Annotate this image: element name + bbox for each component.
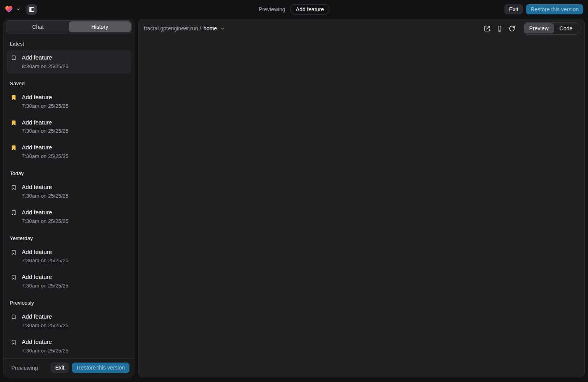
refresh-button[interactable] (507, 23, 517, 33)
previewing-label: Previewing (259, 6, 285, 12)
history-item-title: Add feature (22, 144, 68, 151)
refresh-icon (509, 25, 515, 32)
history-item-title: Add feature (22, 54, 68, 61)
sidebar-footer: Previewing Exit Restore this version (4, 358, 134, 377)
mobile-preview-icon (496, 25, 503, 32)
section-title: Previously (7, 295, 131, 309)
history-item-time: 7:30am on 25/25/25 (22, 193, 68, 199)
preview-url-breadcrumb[interactable]: fractal.gptengineer.run / home (144, 25, 225, 32)
lovable-heart-logo[interactable] (5, 5, 13, 14)
history-item-title: Add feature (22, 119, 68, 126)
history-item-text: Add feature 8:30am on 25/25/25 (22, 54, 68, 69)
chevron-down-icon[interactable] (16, 7, 21, 12)
history-item[interactable]: Add feature 7:30am on 25/25/25 (7, 335, 131, 358)
sidebar-toggle-button[interactable] (26, 4, 37, 15)
history-item-time: 7:30am on 25/25/25 (22, 153, 68, 159)
history-item-title: Add feature (22, 273, 68, 281)
view-toggle: Preview Code (523, 22, 579, 35)
history-item-time: 7:30am on 25/25/25 (22, 258, 68, 263)
bookmark-icon (10, 274, 17, 280)
history-item-time: 7:30am on 25/25/25 (22, 103, 68, 109)
history-item-time: 7:30am on 25/25/25 (22, 348, 68, 354)
section-title: Latest (7, 36, 131, 50)
history-item[interactable]: Add feature 7:30am on 25/25/25 (7, 115, 131, 139)
history-section: Previously Add feature 7:30am on 25/25/2… (7, 295, 131, 358)
history-item[interactable]: Add feature 7:30am on 25/25/25 (7, 245, 131, 268)
open-in-new-window-icon (484, 25, 490, 32)
history-item-title: Add feature (22, 338, 68, 346)
section-items: Add feature 7:30am on 25/25/25 Add featu… (7, 90, 131, 164)
bookmark-icon (10, 120, 17, 126)
chevron-down-icon (220, 26, 225, 31)
open-in-new-window-button[interactable] (482, 23, 492, 33)
bookmark-icon (10, 145, 17, 151)
history-section: Today Add feature 7:30am on 25/25/25 Add… (7, 165, 131, 229)
history-item-title: Add feature (22, 249, 68, 256)
bookmark-icon (10, 210, 17, 216)
preview-panel: fractal.gptengineer.run / home (138, 19, 585, 377)
history-item-text: Add feature 7:30am on 25/25/25 (22, 119, 68, 134)
previewing-status: Previewing (8, 365, 38, 371)
tab-code[interactable]: Code (554, 23, 578, 33)
history-item-title: Add feature (22, 94, 68, 101)
topbar: Previewing Add feature Exit Restore this… (0, 0, 588, 19)
section-items: Add feature 7:30am on 25/25/25 Add featu… (7, 309, 131, 358)
section-items: Add feature 8:30am on 25/25/25 (7, 50, 131, 74)
footer-exit-button[interactable]: Exit (51, 363, 69, 373)
history-item-time: 7:30am on 25/25/25 (22, 283, 68, 289)
version-pill[interactable]: Add feature (290, 4, 329, 15)
section-title: Today (7, 165, 131, 180)
history-item-text: Add feature 7:30am on 25/25/25 (22, 313, 68, 328)
url-page: home (203, 25, 217, 32)
history-item-text: Add feature 7:30am on 25/25/25 (22, 338, 68, 354)
history-section: Yesterday Add feature 7:30am on 25/25/25… (7, 230, 131, 294)
bookmark-icon (10, 184, 17, 191)
history-item-text: Add feature 7:30am on 25/25/25 (22, 184, 68, 199)
tab-chat[interactable]: Chat (7, 21, 69, 32)
history-item-text: Add feature 7:30am on 25/25/25 (22, 94, 68, 109)
history-item[interactable]: Add feature 7:30am on 25/25/25 (7, 180, 131, 203)
restore-version-button[interactable]: Restore this version (526, 4, 583, 15)
history-section: Saved Add feature 7:30am on 25/25/25 Add… (7, 75, 131, 164)
history-item-text: Add feature 7:30am on 25/25/25 (22, 273, 68, 289)
history-item-time: 7:30am on 25/25/25 (22, 322, 68, 328)
section-title: Saved (7, 75, 131, 90)
section-title: Yesterday (7, 230, 131, 245)
history-item[interactable]: Add feature 7:30am on 25/25/25 (7, 205, 131, 229)
preview-content (138, 38, 584, 377)
history-item[interactable]: Add feature 7:30am on 25/25/25 (7, 270, 131, 293)
tab-history[interactable]: History (69, 21, 131, 32)
history-item-text: Add feature 7:30am on 25/25/25 (22, 144, 68, 159)
exit-button[interactable]: Exit (504, 4, 523, 15)
history-item[interactable]: Add feature 8:30am on 25/25/25 (7, 50, 131, 74)
section-items: Add feature 7:30am on 25/25/25 Add featu… (7, 245, 131, 294)
history-list: Latest Add feature 8:30am on 25/25/25 Sa… (4, 33, 134, 358)
history-item-text: Add feature 7:30am on 25/25/25 (22, 209, 68, 224)
bookmark-icon (10, 249, 17, 256)
mobile-preview-button[interactable] (495, 23, 505, 33)
url-host: fractal.gptengineer.run / (144, 25, 201, 32)
history-item[interactable]: Add feature 7:30am on 25/25/25 (7, 90, 131, 114)
history-item[interactable]: Add feature 7:30am on 25/25/25 (7, 309, 131, 333)
preview-header: fractal.gptengineer.run / home (138, 19, 584, 38)
bookmark-icon (10, 314, 17, 320)
history-item[interactable]: Add feature 7:30am on 25/25/25 (7, 140, 131, 164)
sidebar-panel-icon (28, 6, 35, 13)
history-item-title: Add feature (22, 184, 68, 191)
history-item-time: 7:30am on 25/25/25 (22, 128, 68, 134)
history-item-time: 8:30am on 25/25/25 (22, 63, 68, 69)
history-item-time: 7:30am on 25/25/25 (22, 218, 68, 224)
footer-restore-version-button[interactable]: Restore this version (72, 363, 130, 373)
history-section: Latest Add feature 8:30am on 25/25/25 (7, 36, 131, 74)
history-item-title: Add feature (22, 209, 68, 216)
bookmark-icon (10, 55, 17, 61)
tab-preview[interactable]: Preview (524, 23, 554, 33)
history-item-title: Add feature (22, 313, 68, 321)
history-item-text: Add feature 7:30am on 25/25/25 (22, 249, 68, 264)
bookmark-icon (10, 339, 17, 345)
chat-history-tabs: Chat History (6, 20, 132, 33)
sidebar: Chat History Latest Add feature 8:30am o… (3, 19, 135, 377)
section-items: Add feature 7:30am on 25/25/25 Add featu… (7, 180, 131, 229)
bookmark-icon (10, 95, 17, 101)
